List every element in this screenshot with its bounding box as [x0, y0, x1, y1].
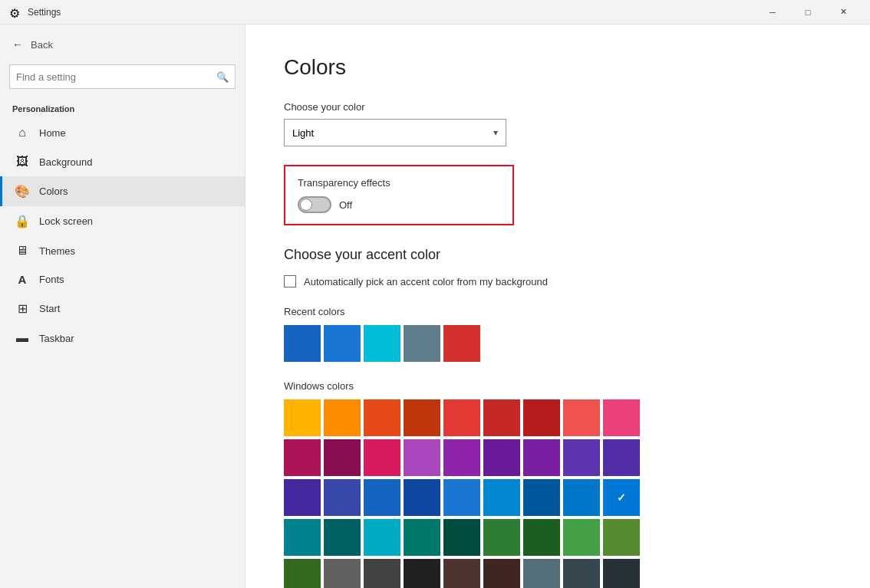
- start-icon: ⊞: [15, 301, 30, 316]
- windows-color-swatch[interactable]: [284, 439, 321, 476]
- windows-color-swatch[interactable]: [563, 439, 600, 476]
- windows-color-swatch[interactable]: [284, 559, 321, 588]
- recent-colors-swatches: [284, 325, 832, 362]
- auto-pick-checkbox[interactable]: [284, 275, 296, 287]
- windows-color-swatch[interactable]: [443, 399, 480, 436]
- search-icon: 🔍: [216, 71, 229, 83]
- windows-color-swatch[interactable]: [364, 479, 400, 516]
- windows-color-swatch[interactable]: [284, 519, 321, 556]
- windows-color-swatch[interactable]: [443, 479, 480, 516]
- choose-color-section: Choose your color Light ▾: [284, 101, 832, 146]
- windows-colors-section: Windows colors: [284, 380, 832, 588]
- windows-color-swatch[interactable]: [443, 519, 480, 556]
- window-controls: ─ □ ✕: [755, 0, 861, 25]
- back-arrow-icon: ←: [12, 38, 23, 51]
- windows-color-swatch[interactable]: [364, 519, 400, 556]
- windows-color-swatch[interactable]: [523, 559, 560, 588]
- windows-color-swatch[interactable]: [483, 439, 520, 476]
- windows-color-swatch[interactable]: [563, 519, 600, 556]
- titlebar: ⚙ Settings ─ □ ✕: [0, 0, 870, 25]
- sidebar-item-colors[interactable]: 🎨 Colors: [0, 176, 245, 206]
- windows-color-swatch[interactable]: [523, 519, 560, 556]
- windows-color-swatch[interactable]: [483, 399, 520, 436]
- windows-color-swatch[interactable]: [284, 399, 321, 436]
- close-button[interactable]: ✕: [826, 0, 861, 25]
- sidebar-item-home-label: Home: [39, 127, 66, 139]
- windows-color-swatch[interactable]: [563, 479, 600, 516]
- recent-color-swatch[interactable]: [324, 325, 361, 362]
- windows-color-swatch[interactable]: [443, 439, 480, 476]
- sidebar-item-start[interactable]: ⊞ Start: [0, 294, 245, 324]
- back-button[interactable]: ← Back: [0, 31, 245, 58]
- chevron-down-icon: ▾: [493, 127, 498, 138]
- windows-color-swatch[interactable]: [523, 439, 560, 476]
- windows-color-swatch[interactable]: [364, 399, 400, 436]
- windows-color-swatch[interactable]: [404, 439, 440, 476]
- search-input[interactable]: [16, 71, 216, 83]
- windows-colors-grid: [284, 399, 832, 588]
- windows-color-swatch[interactable]: [443, 559, 480, 588]
- accent-color-section: Choose your accent color Automatically p…: [284, 247, 832, 287]
- windows-color-swatch[interactable]: [364, 559, 400, 588]
- windows-color-swatch[interactable]: [404, 559, 440, 588]
- windows-color-swatch[interactable]: [563, 399, 600, 436]
- windows-color-swatch[interactable]: [523, 399, 560, 436]
- sidebar-item-taskbar[interactable]: ▬ Taskbar: [0, 324, 245, 353]
- content-area: Colors Choose your color Light ▾ Transpa…: [246, 25, 870, 588]
- sidebar-item-fonts[interactable]: A Fonts: [0, 265, 245, 294]
- transparency-toggle[interactable]: [298, 196, 331, 213]
- search-box[interactable]: 🔍: [9, 64, 236, 89]
- sidebar-item-background[interactable]: 🖼 Background: [0, 147, 245, 176]
- windows-color-swatch[interactable]: [483, 519, 520, 556]
- windows-color-swatch[interactable]: [603, 479, 640, 516]
- windows-color-swatch[interactable]: [324, 559, 361, 588]
- windows-color-swatch[interactable]: [364, 439, 400, 476]
- windows-color-swatch[interactable]: [563, 559, 600, 588]
- sidebar-item-lock-screen[interactable]: 🔒 Lock screen: [0, 206, 245, 236]
- sidebar-item-start-label: Start: [39, 303, 60, 314]
- sidebar-item-lock-screen-label: Lock screen: [39, 215, 93, 227]
- dropdown-value: Light: [292, 127, 314, 139]
- recent-color-swatch[interactable]: [404, 325, 440, 362]
- sidebar-item-fonts-label: Fonts: [39, 274, 64, 285]
- transparency-box: Transparency effects Off: [284, 165, 514, 225]
- sidebar-item-home[interactable]: ⌂ Home: [0, 118, 245, 147]
- sidebar-item-colors-label: Colors: [39, 186, 68, 197]
- windows-colors-label: Windows colors: [284, 380, 832, 392]
- windows-color-swatch[interactable]: [324, 439, 361, 476]
- windows-color-swatch[interactable]: [603, 439, 640, 476]
- toggle-row: Off: [298, 196, 500, 213]
- color-dropdown[interactable]: Light ▾: [284, 119, 506, 146]
- titlebar-title: Settings: [28, 7, 755, 18]
- windows-color-swatch[interactable]: [404, 519, 440, 556]
- auto-pick-row: Automatically pick an accent color from …: [284, 275, 832, 287]
- recent-color-swatch[interactable]: [443, 325, 480, 362]
- minimize-button[interactable]: ─: [755, 0, 790, 25]
- recent-color-swatch[interactable]: [364, 325, 400, 362]
- sidebar-item-taskbar-label: Taskbar: [39, 333, 74, 344]
- sidebar-item-background-label: Background: [39, 156, 92, 168]
- windows-color-swatch[interactable]: [324, 519, 361, 556]
- windows-color-swatch[interactable]: [324, 399, 361, 436]
- sidebar-item-themes-label: Themes: [39, 245, 75, 257]
- windows-color-swatch[interactable]: [603, 559, 640, 588]
- windows-color-swatch[interactable]: [404, 399, 440, 436]
- recent-colors-section: Recent colors: [284, 306, 832, 362]
- toggle-status: Off: [339, 199, 352, 211]
- recent-color-swatch[interactable]: [284, 325, 321, 362]
- themes-icon: 🖥: [15, 244, 30, 258]
- lock-icon: 🔒: [15, 214, 30, 228]
- windows-color-swatch[interactable]: [404, 479, 440, 516]
- maximize-button[interactable]: □: [790, 0, 826, 25]
- windows-color-swatch[interactable]: [284, 479, 321, 516]
- windows-color-swatch[interactable]: [483, 559, 520, 588]
- background-icon: 🖼: [15, 155, 30, 169]
- windows-color-swatch[interactable]: [603, 519, 640, 556]
- windows-color-swatch[interactable]: [523, 479, 560, 516]
- auto-pick-label: Automatically pick an accent color from …: [304, 276, 548, 287]
- windows-color-swatch[interactable]: [603, 399, 640, 436]
- windows-color-swatch[interactable]: [483, 479, 520, 516]
- toggle-knob: [300, 199, 312, 211]
- windows-color-swatch[interactable]: [324, 479, 361, 516]
- sidebar-item-themes[interactable]: 🖥 Themes: [0, 236, 245, 265]
